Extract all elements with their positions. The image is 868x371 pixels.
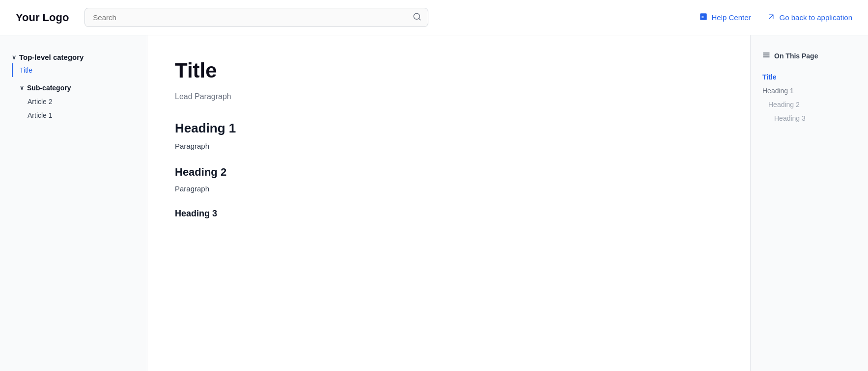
- subcategory-title[interactable]: ∨ Sub-category: [12, 81, 139, 95]
- article-heading3: Heading 3: [175, 209, 723, 219]
- toc-item-heading2[interactable]: Heading 2: [762, 98, 856, 111]
- search-input[interactable]: [84, 8, 428, 27]
- main-layout: ∨ Top-level category Title ∨ Sub-categor…: [0, 35, 868, 371]
- svg-text:≡: ≡: [701, 15, 704, 20]
- go-back-label: Go back to application: [780, 13, 852, 22]
- chevron-down-icon: ∨: [12, 54, 16, 61]
- sidebar-article-1[interactable]: Article 1: [12, 108, 139, 122]
- top-level-category-title[interactable]: ∨ Top-level category: [12, 51, 139, 63]
- top-level-category: ∨ Top-level category Title ∨ Sub-categor…: [12, 51, 139, 122]
- help-center-label: Help Center: [712, 13, 751, 22]
- toc-icon: [762, 51, 770, 60]
- subcategory: ∨ Sub-category Article 2 Article 1: [12, 81, 139, 122]
- sidebar-item-title[interactable]: Title: [12, 63, 139, 77]
- right-panel: On This Page Title Heading 1 Heading 2 H…: [750, 35, 868, 371]
- go-back-icon: [767, 12, 776, 23]
- search-icon: [413, 12, 421, 23]
- svg-line-1: [419, 18, 420, 20]
- toc-item-title[interactable]: Title: [762, 70, 856, 84]
- chevron-down-icon-sub: ∨: [20, 84, 24, 91]
- help-center-icon: ≡: [699, 12, 708, 23]
- go-back-link[interactable]: Go back to application: [767, 12, 852, 23]
- article-heading2: Heading 2: [175, 166, 723, 179]
- sidebar-article-2[interactable]: Article 2: [12, 95, 139, 108]
- logo: Your Logo: [16, 11, 69, 24]
- content-area: Title Lead Paragraph Heading 1 Paragraph…: [147, 35, 750, 371]
- header: Your Logo ≡ Help Center: [0, 0, 868, 35]
- article-paragraph-2: Paragraph: [175, 185, 723, 193]
- on-this-page-header: On This Page: [762, 51, 856, 60]
- toc-item-heading1[interactable]: Heading 1: [762, 84, 856, 98]
- toc-item-heading3[interactable]: Heading 3: [762, 111, 856, 125]
- on-this-page-label: On This Page: [774, 52, 818, 60]
- article-lead: Lead Paragraph: [175, 92, 723, 101]
- article-paragraph-1: Paragraph: [175, 142, 723, 150]
- article-title: Title: [175, 59, 723, 82]
- article-heading1: Heading 1: [175, 121, 723, 136]
- help-center-link[interactable]: ≡ Help Center: [699, 12, 751, 23]
- sidebar: ∨ Top-level category Title ∨ Sub-categor…: [0, 35, 147, 371]
- header-nav: ≡ Help Center Go back to application: [699, 12, 852, 23]
- top-level-category-label: Top-level category: [19, 53, 84, 61]
- search-wrapper: [84, 8, 428, 27]
